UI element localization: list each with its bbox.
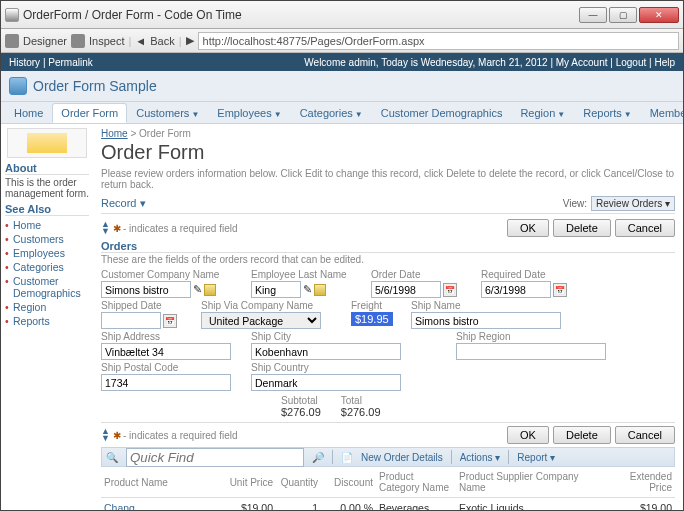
actions-menu[interactable]: Actions ▾ — [460, 452, 501, 463]
chevron-down-icon: ▾ — [140, 197, 146, 209]
tab-membership[interactable]: Membership — [641, 103, 684, 123]
delete-button-2[interactable]: Delete — [553, 426, 611, 444]
new-details-button[interactable]: New Order Details — [361, 452, 443, 463]
chevron-down-icon: ▼ — [557, 110, 565, 119]
col-price[interactable]: Unit Price — [221, 467, 276, 498]
crumb-home[interactable]: Home — [101, 128, 128, 139]
col-cat[interactable]: Product Category Name — [376, 467, 456, 498]
main-content: Home > Order Form Order Form Please revi… — [93, 124, 683, 511]
tab-employees[interactable]: Employees▼ — [208, 103, 290, 123]
app-name: Order Form Sample — [33, 78, 157, 94]
delete-button[interactable]: Delete — [553, 219, 611, 237]
seealso-heading: See Also — [5, 203, 89, 216]
sidebar-item-employees[interactable]: Employees — [5, 246, 89, 260]
shipvia-select[interactable]: United Package — [201, 312, 321, 329]
address-bar[interactable]: http://localhost:48775/Pages/OrderForm.a… — [198, 32, 679, 50]
go-icon[interactable]: ▶ — [186, 34, 194, 47]
col-qty[interactable]: Quantity — [276, 467, 321, 498]
back-icon: ◄ — [135, 35, 146, 47]
maximize-button[interactable]: ▢ — [609, 7, 637, 23]
logout-link[interactable]: Logout — [616, 57, 647, 68]
chevron-down-icon: ▼ — [274, 110, 282, 119]
help-link[interactable]: Help — [654, 57, 675, 68]
shippostal-field[interactable] — [101, 374, 231, 391]
sidebar-item-custdemo[interactable]: Customer Demographics — [5, 274, 89, 300]
tab-home[interactable]: Home — [5, 103, 52, 123]
myaccount-link[interactable]: My Account — [556, 57, 608, 68]
tab-custdemo[interactable]: Customer Demographics — [372, 103, 512, 123]
edit-icon[interactable]: ✎ — [193, 283, 202, 296]
sidebar-item-customers[interactable]: Customers — [5, 232, 89, 246]
record-menu[interactable]: Record ▾ — [101, 197, 146, 210]
cancel-button-2[interactable]: Cancel — [615, 426, 675, 444]
lookup-icon[interactable] — [314, 284, 326, 296]
calendar-icon[interactable]: 📅 — [163, 314, 177, 328]
calendar-icon[interactable]: 📅 — [443, 283, 457, 297]
window-title: OrderForm / Order Form - Code On Time — [23, 8, 579, 22]
back-button[interactable]: Back — [150, 35, 174, 47]
required-marker-icon: ✱ — [113, 223, 121, 234]
main-tabs: Home Order Form Customers▼ Employees▼ Ca… — [1, 102, 683, 124]
tab-customers[interactable]: Customers▼ — [127, 103, 208, 123]
edit-icon[interactable]: ✎ — [303, 283, 312, 296]
sidebar-item-home[interactable]: Home — [5, 218, 89, 232]
lookup-icon[interactable] — [204, 284, 216, 296]
table-row[interactable]: Chang $19.00 1 0.00 % Beverages Exotic L… — [101, 498, 675, 512]
sidebar-thumbnail — [7, 128, 87, 158]
about-text: This is the order management form. — [5, 177, 89, 199]
top-banner: History | Permalink Welcome admin, Today… — [1, 53, 683, 71]
pager-icon[interactable]: ▲▼ — [101, 428, 111, 442]
orderdate-field[interactable] — [371, 281, 441, 298]
details-grid: Product Name Unit Price Quantity Discoun… — [101, 467, 675, 511]
search-icon[interactable]: 🔍 — [106, 452, 118, 463]
sidebar-item-categories[interactable]: Categories — [5, 260, 89, 274]
inspect-button[interactable]: Inspect — [89, 35, 124, 47]
tab-region[interactable]: Region▼ — [511, 103, 574, 123]
customer-field[interactable] — [101, 281, 191, 298]
freight-field[interactable]: $19.95 — [351, 312, 393, 326]
shipcountry-field[interactable] — [251, 374, 401, 391]
reqdate-field[interactable] — [481, 281, 551, 298]
permalink-link[interactable]: Permalink — [48, 57, 92, 68]
report-menu[interactable]: Report ▾ — [517, 452, 555, 463]
col-ext[interactable]: Extended Price — [605, 467, 675, 498]
close-button[interactable]: ✕ — [639, 7, 679, 23]
required-note: - indicates a required field — [123, 223, 238, 234]
col-product[interactable]: Product Name — [101, 467, 221, 498]
shipdate-field[interactable] — [101, 312, 161, 329]
sidebar-item-region[interactable]: Region — [5, 300, 89, 314]
tab-orderform[interactable]: Order Form — [52, 103, 127, 123]
employee-field[interactable] — [251, 281, 301, 298]
devtools-toolbar: Designer Inspect | ◄ Back | ▶ http://loc… — [1, 29, 683, 53]
grid-toolbar: 🔍 🔎 📄 New Order Details Actions ▾ Report… — [101, 447, 675, 467]
welcome-text: Welcome admin, Today is Wednesday, March… — [304, 57, 547, 68]
intro-text: Please review orders information below. … — [101, 168, 675, 190]
tab-categories[interactable]: Categories▼ — [291, 103, 372, 123]
col-supp[interactable]: Product Supplier Company Name — [456, 467, 605, 498]
cancel-button[interactable]: Cancel — [615, 219, 675, 237]
chevron-down-icon: ▼ — [355, 110, 363, 119]
designer-button[interactable]: Designer — [23, 35, 67, 47]
shipaddr-field[interactable] — [101, 343, 231, 360]
shipregion-field[interactable] — [456, 343, 606, 360]
pager-icon[interactable]: ▲▼ — [101, 221, 111, 235]
quickfind-input[interactable] — [126, 448, 304, 467]
ok-button[interactable]: OK — [507, 219, 549, 237]
window-titlebar: OrderForm / Order Form - Code On Time — … — [1, 1, 683, 29]
shipcity-field[interactable] — [251, 343, 401, 360]
history-link[interactable]: History — [9, 57, 40, 68]
sidebar: About This is the order management form.… — [1, 124, 93, 511]
orders-desc: These are the fields of the orders recor… — [101, 254, 675, 265]
search-go-icon[interactable]: 🔎 — [312, 452, 324, 463]
required-note: - indicates a required field — [123, 430, 238, 441]
view-selector[interactable]: Review Orders ▾ — [591, 196, 675, 211]
sidebar-item-reports[interactable]: Reports — [5, 314, 89, 328]
ok-button-2[interactable]: OK — [507, 426, 549, 444]
minimize-button[interactable]: — — [579, 7, 607, 23]
tab-reports[interactable]: Reports▼ — [574, 103, 640, 123]
chevron-down-icon: ▼ — [624, 110, 632, 119]
calendar-icon[interactable]: 📅 — [553, 283, 567, 297]
shipname-field[interactable] — [411, 312, 561, 329]
col-disc[interactable]: Discount — [321, 467, 376, 498]
total-value: $276.09 — [341, 406, 381, 418]
